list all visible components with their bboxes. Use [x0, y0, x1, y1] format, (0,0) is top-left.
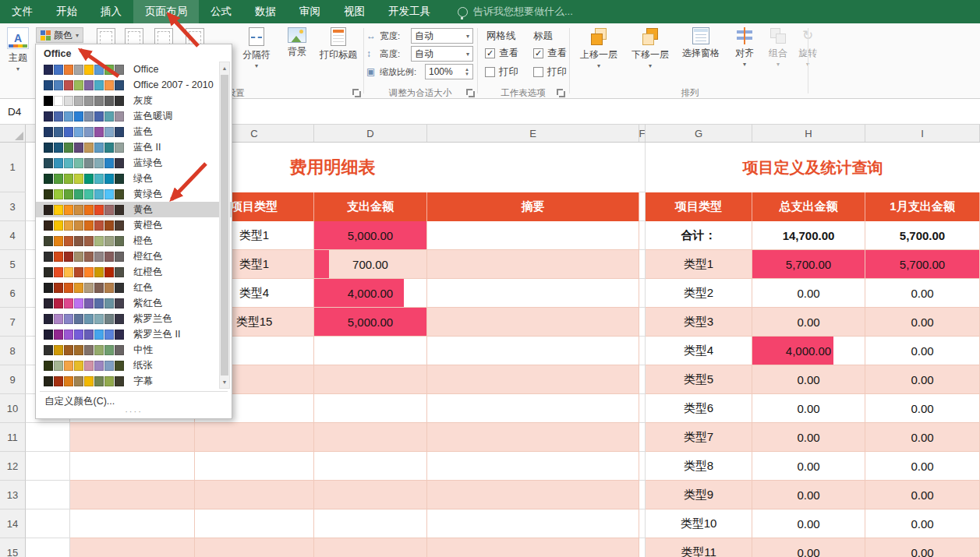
cell-E11[interactable] — [427, 423, 639, 452]
cell-A14[interactable] — [26, 509, 70, 538]
cell-H4[interactable]: 14,700.00 — [752, 221, 865, 250]
cell-D9[interactable] — [314, 365, 427, 394]
select-all-corner[interactable] — [0, 125, 26, 142]
checkbox-icon[interactable] — [533, 48, 543, 58]
theme-colors-option-7[interactable]: 蓝绿色 — [36, 155, 232, 171]
theme-colors-option-11[interactable]: 黄橙色 — [36, 217, 232, 233]
theme-colors-option-2[interactable]: Office 2007 - 2010 — [36, 77, 232, 93]
cell-F1[interactable] — [639, 143, 646, 192]
cell-B13[interactable] — [70, 481, 195, 509]
ribbon-tab-8[interactable]: 视图 — [332, 0, 377, 23]
width-input[interactable]: 自动 ▾ — [411, 28, 473, 44]
cell-F9[interactable] — [639, 365, 646, 394]
cell-D4[interactable]: 5,000.00 — [314, 221, 427, 250]
dialog-launcher-icon[interactable] — [352, 89, 361, 97]
cell-E4[interactable] — [427, 221, 639, 250]
cell-D10[interactable] — [314, 394, 427, 423]
cell-G4[interactable]: 合计： — [646, 221, 752, 250]
cell-H9[interactable]: 0.00 — [752, 365, 865, 394]
row-header-15[interactable]: 15 — [0, 538, 26, 557]
row-header-1[interactable]: 1 — [0, 143, 26, 192]
cell-G8[interactable]: 类型4 — [646, 337, 752, 365]
cell-H12[interactable]: 0.00 — [752, 452, 865, 481]
checkbox-icon[interactable] — [485, 67, 495, 77]
cell-H14[interactable]: 0.00 — [752, 509, 865, 538]
send-backward-button[interactable]: 下移一层 ▾ — [625, 26, 675, 96]
dialog-launcher-icon[interactable] — [557, 89, 565, 97]
cell-A11[interactable] — [26, 423, 70, 452]
breaks-button[interactable]: 分隔符 ▾ — [235, 26, 278, 96]
align-button[interactable]: 对齐 ▾ — [728, 26, 761, 96]
cell-F11[interactable] — [639, 423, 646, 452]
cell-D8[interactable] — [314, 337, 427, 365]
cell-G10[interactable]: 类型6 — [646, 394, 752, 423]
print-titles-button[interactable]: 打印标题 — [315, 26, 362, 96]
row-header-9[interactable]: 9 — [0, 365, 26, 394]
cell-H6[interactable]: 0.00 — [752, 279, 865, 308]
cell-A12[interactable] — [26, 452, 70, 481]
cell-G6[interactable]: 类型2 — [646, 279, 752, 308]
cell-B14[interactable] — [70, 509, 195, 538]
cell-F14[interactable] — [639, 509, 646, 538]
scroll-up-icon[interactable]: ▲ — [220, 62, 229, 74]
cell-H10[interactable]: 0.00 — [752, 394, 865, 423]
cell-I7[interactable]: 0.00 — [865, 308, 980, 337]
cell-E14[interactable] — [427, 509, 639, 538]
cell-I14[interactable]: 0.00 — [865, 509, 980, 538]
ribbon-tab-1[interactable]: 文件 — [0, 0, 44, 23]
cell-E5[interactable] — [427, 250, 639, 279]
cell-I10[interactable]: 0.00 — [865, 394, 980, 423]
row-header-8[interactable]: 8 — [0, 337, 26, 365]
column-header-H[interactable]: H — [752, 125, 865, 142]
theme-colors-option-5[interactable]: 蓝色 — [36, 124, 232, 139]
cell-G15[interactable]: 类型11 — [646, 538, 752, 557]
cell-G13[interactable]: 类型9 — [646, 481, 752, 509]
cell-E10[interactable] — [427, 394, 639, 423]
cell-D7[interactable]: 5,000.00 — [314, 308, 427, 337]
theme-colors-option-3[interactable]: 灰度 — [36, 93, 232, 108]
scrollbar-thumb[interactable] — [221, 75, 228, 375]
dropdown-resize-grip[interactable]: ···· — [36, 409, 232, 416]
cell-I9[interactable]: 0.00 — [865, 365, 980, 394]
theme-colors-button[interactable]: 颜色 ▾ — [36, 27, 83, 43]
ribbon-tab-2[interactable]: 开始 — [44, 0, 89, 23]
cell-D11[interactable] — [314, 423, 427, 452]
cell-B12[interactable] — [70, 452, 195, 481]
row-header-10[interactable]: 10 — [0, 394, 26, 423]
cell-D5[interactable]: 700.00 — [314, 250, 427, 279]
theme-colors-option-15[interactable]: 红色 — [36, 280, 232, 295]
ribbon-tab-6[interactable]: 数据 — [243, 0, 288, 23]
column-header-G[interactable]: G — [646, 125, 752, 142]
row-header-13[interactable]: 13 — [0, 481, 26, 509]
row-header-3[interactable]: 3 — [0, 192, 26, 221]
cell-I12[interactable]: 0.00 — [865, 452, 980, 481]
cell-C14[interactable] — [195, 509, 314, 538]
theme-colors-option-4[interactable]: 蓝色暖调 — [36, 108, 232, 124]
cell-C12[interactable] — [195, 452, 314, 481]
cell-H5[interactable]: 5,700.00 — [752, 250, 865, 279]
scroll-down-icon[interactable]: ▼ — [220, 376, 229, 388]
cell-G7[interactable]: 类型3 — [646, 308, 752, 337]
cell-I5[interactable]: 5,700.00 — [865, 250, 980, 279]
row-header-7[interactable]: 7 — [0, 308, 26, 337]
height-input[interactable]: 自动 ▾ — [411, 46, 473, 62]
cell-C13[interactable] — [195, 481, 314, 509]
row-header-6[interactable]: 6 — [0, 279, 26, 308]
cell-I13[interactable]: 0.00 — [865, 481, 980, 509]
theme-colors-option-20[interactable]: 纸张 — [36, 358, 232, 373]
theme-colors-option-14[interactable]: 红橙色 — [36, 264, 232, 280]
cell-A15[interactable] — [26, 538, 70, 557]
cell-F6[interactable] — [639, 279, 646, 308]
scale-input[interactable]: 100% ▲▼ — [425, 64, 473, 79]
cell-F8[interactable] — [639, 337, 646, 365]
ribbon-tab-4[interactable]: 页面布局 — [133, 0, 199, 23]
theme-colors-option-17[interactable]: 紫罗兰色 — [36, 311, 232, 326]
cell-F4[interactable] — [639, 221, 646, 250]
cell-H3[interactable]: 总支出金额 — [752, 192, 865, 221]
row-header-12[interactable]: 12 — [0, 452, 26, 481]
cell-C11[interactable] — [195, 423, 314, 452]
ribbon-tab-3[interactable]: 插入 — [89, 0, 133, 23]
cell-F15[interactable] — [639, 538, 646, 557]
cell-F13[interactable] — [639, 481, 646, 509]
cell-H8[interactable]: 4,000.00 — [752, 337, 865, 365]
